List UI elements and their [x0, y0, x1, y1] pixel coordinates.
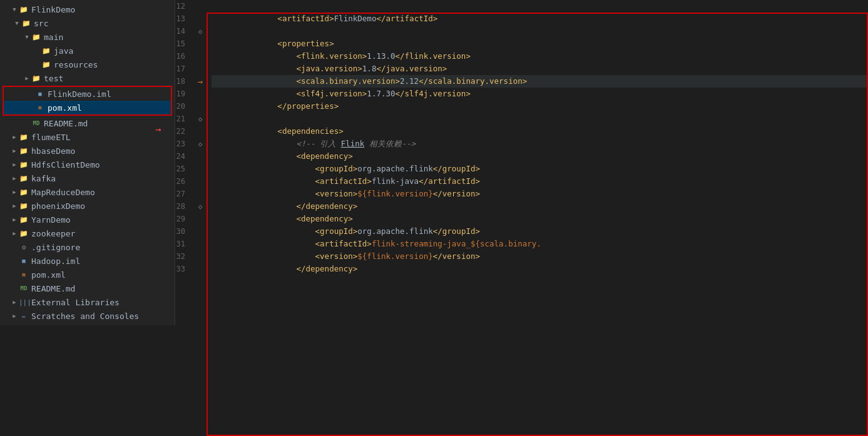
- sidebar-item-resources[interactable]: 📁 resources: [0, 58, 175, 71]
- file-tree[interactable]: ▼ 📁 FlinkDemo ▼ 📁 src ▼ 📁 main 📁 java: [0, 0, 175, 325]
- sidebar-item-kafka[interactable]: ▶ 📁 kafka: [0, 171, 175, 185]
- sidebar-item-main[interactable]: ▼ 📁 main: [0, 30, 175, 44]
- line-num-28: 28: [175, 200, 189, 213]
- folder-icon-main: 📁: [31, 33, 41, 41]
- sidebar-item-yarndemo[interactable]: ▶ 📁 YarnDemo: [0, 213, 175, 226]
- gutter-15: [194, 38, 207, 50]
- label-test: test: [44, 74, 63, 83]
- sidebar-item-external-libraries[interactable]: ▶ ||| External Libraries: [0, 295, 175, 309]
- gutter-17: [194, 63, 207, 75]
- arrow-hdfsclientdemo: ▶: [10, 161, 19, 168]
- gutter-20: [194, 100, 207, 113]
- gutter-21: ◇: [194, 113, 207, 125]
- label-readme-sub: README.md: [44, 119, 88, 128]
- gutter-33: [194, 263, 207, 275]
- sidebar-item-pom-xml-root[interactable]: m pom.xml: [0, 268, 175, 281]
- folder-icon-yarndemo: 📁: [19, 216, 29, 224]
- code-line-21: <dependencies>: [212, 113, 868, 125]
- folder-icon-resources: 📁: [41, 61, 51, 69]
- line-num-13: 13: [175, 13, 189, 25]
- arrow-phoenixdemo: ▶: [10, 203, 19, 209]
- folder-icon-test: 📁: [31, 74, 41, 83]
- gutter-25: [194, 163, 207, 175]
- gutter-30: [194, 225, 207, 238]
- label-src: src: [34, 19, 48, 28]
- label-java: java: [54, 46, 73, 56]
- gutter-27: [194, 188, 207, 200]
- md-icon-readme-sub: MD: [31, 120, 41, 126]
- line-num-21: 21: [175, 113, 189, 125]
- line-num-32: 32: [175, 250, 189, 263]
- folder-icon-hdfsclientdemo: 📁: [19, 161, 29, 169]
- sidebar-item-scratches[interactable]: ▶ ✏ Scratches and Consoles: [0, 309, 175, 323]
- label-scratches: Scratches and Consoles: [31, 312, 139, 321]
- arrow-kafka: ▶: [10, 175, 19, 181]
- code-area[interactable]: <artifactId>FlinkDemo</artifactId> <prop…: [207, 0, 868, 275]
- scratches-icon: ✏: [19, 312, 29, 320]
- label-phoenixdemo: phoenixDemo: [31, 201, 85, 211]
- label-mapreducedemo: MapReduceDemo: [31, 188, 95, 197]
- label-pom-xml-sub: pom.xml: [48, 103, 82, 113]
- line-numbers: 12 13 14 15 16 17 18 19 20 21 22 23 24 2…: [175, 0, 194, 436]
- sidebar-item-readme-root[interactable]: MD README.md: [0, 281, 175, 295]
- sidebar-item-flinkdemo-iml[interactable]: ■ FlinkDemo.iml: [4, 87, 171, 101]
- md-icon-readme-root: MD: [19, 285, 29, 292]
- label-gitignore: .gitignore: [31, 243, 80, 252]
- sidebar-item-zookeeper[interactable]: ▶ 📁 zookeeper: [0, 226, 175, 240]
- label-yarndemo: YarnDemo: [31, 215, 71, 225]
- gutter-14: ◇: [194, 25, 207, 38]
- iml-icon-hadoop: ■: [19, 258, 29, 264]
- sidebar-item-gitignore[interactable]: ⚙ .gitignore: [0, 240, 175, 254]
- label-hbasedemo: hbaseDemo: [31, 146, 75, 156]
- gutter-32: [194, 250, 207, 263]
- editor-content: 12 13 14 15 16 17 18 19 20 21 22 23 24 2…: [175, 0, 868, 436]
- folder-icon-hbasedemo: 📁: [19, 147, 29, 155]
- gutter-23: ◇: [194, 138, 207, 150]
- arrow-hbasedemo: ▶: [10, 148, 19, 154]
- sidebar-item-pom-xml-sub[interactable]: m pom.xml: [4, 101, 171, 114]
- line-num-30: 30: [175, 225, 189, 238]
- sidebar-item-hdfsclientdemo[interactable]: ▶ 📁 HdfsClientDemo: [0, 158, 175, 171]
- line-num-26: 26: [175, 175, 189, 188]
- gutter-12: [194, 0, 207, 13]
- label-hadoop-iml: Hadoop.iml: [31, 256, 80, 266]
- line-num-31: 31: [175, 238, 189, 250]
- label-kafka: kafka: [31, 174, 56, 183]
- sidebar-item-mapreducedemo[interactable]: ▶ 📁 MapReduceDemo: [0, 185, 175, 199]
- editor-gutter: ◇ → ◇ ◇ ◇: [194, 0, 207, 436]
- line-num-12: 12: [175, 0, 189, 13]
- arrow-flumeetl: ▶: [10, 134, 19, 140]
- sidebar-item-hbasedemo[interactable]: ▶ 📁 hbaseDemo: [0, 144, 175, 158]
- sidebar-item-readme-sub[interactable]: MD README.md: [0, 116, 175, 130]
- code-line-14: <properties>: [212, 25, 868, 38]
- line-num-25: 25: [175, 163, 189, 175]
- flinkdemo-iml-highlight-box: ■ FlinkDemo.iml m pom.xml: [3, 86, 172, 116]
- arrow-yarndemo: ▶: [10, 216, 19, 223]
- xml-icon-pom-root: m: [19, 271, 29, 278]
- gutter-24: [194, 150, 207, 163]
- sidebar-item-src[interactable]: ▼ 📁 src: [0, 16, 175, 30]
- line-num-15: 15: [175, 38, 189, 50]
- arrow-main: ▼: [23, 34, 31, 40]
- gutter-31: [194, 238, 207, 250]
- sidebar-wrapper: ▼ 📁 FlinkDemo ▼ 📁 src ▼ 📁 main 📁 java: [0, 0, 175, 436]
- gutter-18: →: [194, 75, 207, 88]
- sidebar-item-flinkdemo[interactable]: ▼ 📁 FlinkDemo: [0, 3, 175, 16]
- gitignore-icon: ⚙: [19, 243, 29, 251]
- label-zookeeper: zookeeper: [31, 229, 75, 238]
- sidebar-item-test[interactable]: ▶ 📁 test: [0, 71, 175, 85]
- sidebar-item-hadoop-iml[interactable]: ■ Hadoop.iml: [0, 254, 175, 268]
- gutter-22: [194, 125, 207, 138]
- label-flinkdemo-iml: FlinkDemo.iml: [48, 89, 111, 99]
- sidebar-item-phoenixdemo[interactable]: ▶ 📁 phoenixDemo: [0, 199, 175, 213]
- iml-icon: ■: [35, 91, 45, 97]
- label-pom-xml-root: pom.xml: [31, 270, 66, 280]
- folder-icon-mapreducedemo: 📁: [19, 188, 29, 196]
- pointer-arrow: →: [155, 123, 161, 135]
- sidebar-item-flumeetl[interactable]: ▶ 📁 flumeETL: [0, 130, 175, 144]
- folder-icon-flumeetl: 📁: [19, 133, 29, 141]
- sidebar-item-java[interactable]: 📁 java: [0, 44, 175, 58]
- label-external-libraries: External Libraries: [31, 298, 120, 307]
- folder-icon-zookeeper: 📁: [19, 230, 29, 238]
- library-icon: |||: [19, 298, 29, 307]
